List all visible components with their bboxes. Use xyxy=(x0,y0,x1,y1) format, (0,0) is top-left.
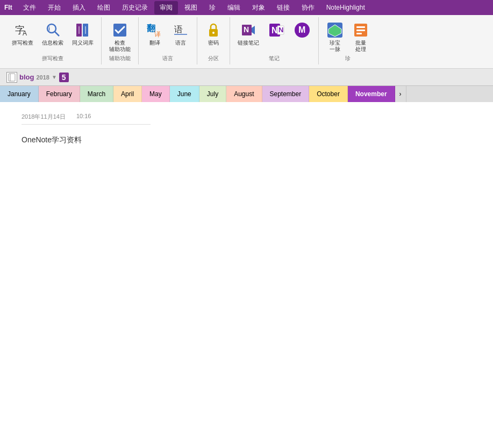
batch-process-button[interactable]: 批量 处理 xyxy=(349,19,373,55)
notebook-name: blog xyxy=(19,73,34,81)
tab-may[interactable]: May xyxy=(142,86,170,102)
note-date: 2018年11月14日 xyxy=(22,113,66,121)
svg-text:N: N xyxy=(278,26,283,34)
note-time: 10:16 xyxy=(76,113,91,121)
language-button[interactable]: 语 语言 xyxy=(169,19,192,48)
svg-text:i: i xyxy=(48,25,50,32)
svg-point-15 xyxy=(212,32,215,34)
password-label: 密码 xyxy=(208,40,219,46)
tab-march[interactable]: March xyxy=(80,86,113,102)
translate-icon: 翻 译 xyxy=(146,21,163,39)
month-tabs: January February March April May June Ju… xyxy=(0,86,493,102)
ribbon-group-accessibility: 检查 辅助功能 辅助功能 xyxy=(102,17,139,64)
svg-line-3 xyxy=(55,32,59,36)
ribbon-group-notes: N 链接笔记 N N xyxy=(230,17,319,64)
svg-text:M: M xyxy=(298,25,305,34)
svg-rect-27 xyxy=(356,26,365,28)
language-icon: 语 xyxy=(172,21,189,39)
tab-september[interactable]: September xyxy=(262,86,310,102)
svg-rect-29 xyxy=(356,33,362,34)
notebook-year: 2018 xyxy=(36,74,49,81)
svg-rect-30 xyxy=(9,74,15,81)
meeting-button[interactable]: M xyxy=(290,19,314,42)
menu-file[interactable]: 文件 xyxy=(18,1,41,15)
thesaurus-button[interactable]: 同义词库 xyxy=(69,19,97,48)
ribbon-group-gem: 珍宝 一脉 批量 处理 珍 xyxy=(319,17,377,64)
svg-text:N: N xyxy=(271,26,278,35)
accessibility-label: 检查 辅助功能 xyxy=(109,40,131,53)
tab-october[interactable]: October xyxy=(309,86,348,102)
password-button[interactable]: 密码 xyxy=(202,19,225,48)
tab-august[interactable]: August xyxy=(226,86,262,102)
onenote-icon: N N xyxy=(268,21,285,39)
menu-bar: FIt 文件 开始 插入 绘图 历史记录 审阅 视图 珍 编辑 对象 链接 协作… xyxy=(0,0,493,15)
notebook-icon xyxy=(6,72,17,83)
menu-insert[interactable]: 插入 xyxy=(67,1,91,15)
gem-pulse-icon xyxy=(326,21,344,39)
notebook-bar: blog 2018 ▼ 5 xyxy=(0,69,493,86)
accessibility-group-label: 辅助功能 xyxy=(109,55,131,64)
menu-collab[interactable]: 协作 xyxy=(296,1,320,15)
info-search-label: 信息检索 xyxy=(42,40,63,46)
svg-text:A: A xyxy=(23,30,27,37)
thesaurus-icon xyxy=(74,21,91,39)
batch-process-icon xyxy=(352,21,369,39)
spell-group-label: 拼写检查 xyxy=(42,55,63,64)
tab-june[interactable]: June xyxy=(170,86,199,102)
menu-review[interactable]: 审阅 xyxy=(154,1,178,15)
spell-check-button[interactable]: 字 A 拼写检查 xyxy=(9,19,37,48)
menu-notehighlight[interactable]: NoteHighlight xyxy=(321,2,370,13)
tab-november[interactable]: November xyxy=(348,86,395,102)
tab-january[interactable]: January xyxy=(0,86,39,102)
svg-text:N: N xyxy=(244,25,249,34)
note-date-row: 2018年11月14日 10:16 xyxy=(22,113,471,121)
link-note-button[interactable]: N 链接笔记 xyxy=(234,19,262,48)
info-search-icon: i xyxy=(44,21,61,39)
notes-group-label: 笔记 xyxy=(269,55,280,64)
page-count: 5 xyxy=(59,73,69,82)
notebook-info[interactable]: blog 2018 ▼ 5 xyxy=(2,72,73,83)
menu-history[interactable]: 历史记录 xyxy=(117,1,153,15)
translate-label: 翻译 xyxy=(149,40,160,46)
menu-object[interactable]: 对象 xyxy=(247,1,270,15)
spell-check-label: 拼写检查 xyxy=(12,40,33,46)
menu-gem[interactable]: 珍 xyxy=(204,1,221,15)
note-content[interactable]: OneNote学习资料 xyxy=(22,133,471,145)
link-note-label: 链接笔记 xyxy=(238,40,259,46)
onenote-button[interactable]: N N xyxy=(265,19,288,42)
svg-text:译: 译 xyxy=(154,31,161,38)
ribbon-group-section: 密码 分区 xyxy=(197,17,230,64)
ribbon-group-spell: 字 A 拼写检查 i 信息检索 xyxy=(4,17,102,64)
content-area: 2018年11月14日 10:16 OneNote学习资料 xyxy=(0,102,493,424)
translate-button[interactable]: 翻 译 翻译 xyxy=(143,19,167,48)
language-group-label: 语言 xyxy=(162,55,173,64)
menu-link[interactable]: 链接 xyxy=(271,1,295,15)
info-search-button[interactable]: i 信息检索 xyxy=(39,19,67,48)
batch-process-label: 批量 处理 xyxy=(355,40,366,53)
tab-april[interactable]: April xyxy=(113,86,142,102)
accessibility-button[interactable]: 检查 辅助功能 xyxy=(106,19,134,55)
gem-group-label: 珍 xyxy=(345,55,351,64)
ribbon-group-language: 翻 译 翻译 语 语言 语言 xyxy=(139,17,197,64)
menu-draw[interactable]: 绘图 xyxy=(92,1,116,15)
gem-pulse-label: 珍宝 一脉 xyxy=(330,40,340,53)
tab-more[interactable]: › xyxy=(395,86,406,102)
tab-july[interactable]: July xyxy=(199,86,226,102)
ribbon: 字 A 拼写检查 i 信息检索 xyxy=(0,15,493,69)
meeting-icon: M xyxy=(294,21,311,39)
menu-home[interactable]: 开始 xyxy=(42,1,66,15)
svg-text:语: 语 xyxy=(174,25,183,34)
language-label: 语言 xyxy=(175,40,186,46)
tab-february[interactable]: February xyxy=(39,86,80,102)
thesaurus-label: 同义词库 xyxy=(72,40,94,46)
gem-pulse-button[interactable]: 珍宝 一脉 xyxy=(323,19,347,55)
notebook-dropdown-icon[interactable]: ▼ xyxy=(52,74,57,80)
menu-edit[interactable]: 编辑 xyxy=(222,1,246,15)
lock-icon xyxy=(205,21,222,39)
link-note-icon: N xyxy=(240,21,257,39)
app-title: FIt xyxy=(4,4,12,11)
accessibility-icon xyxy=(111,21,128,39)
svg-rect-28 xyxy=(356,30,365,31)
menu-view[interactable]: 视图 xyxy=(179,1,203,15)
spell-check-icon: 字 A xyxy=(14,21,31,39)
